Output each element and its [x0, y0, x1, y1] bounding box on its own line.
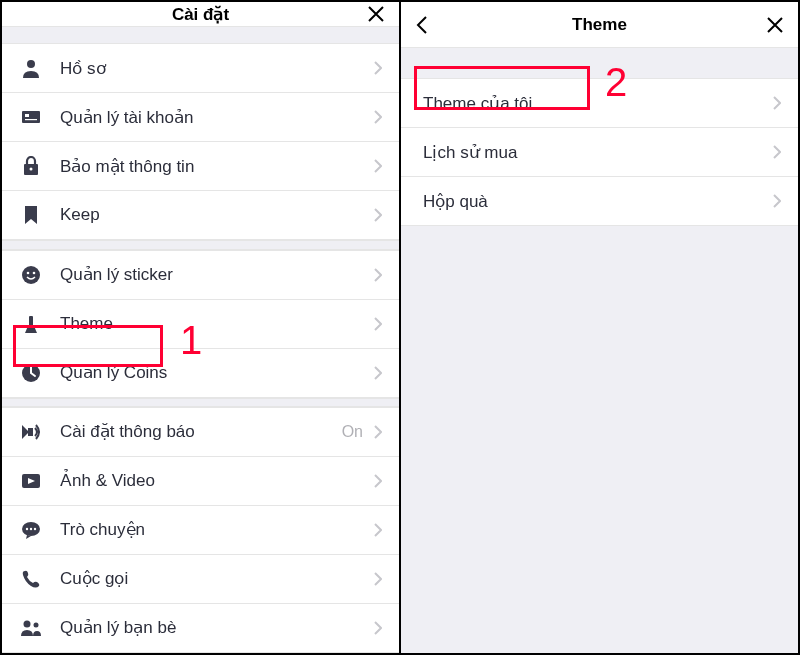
row-value: On	[342, 423, 363, 441]
svg-point-14	[26, 528, 28, 530]
row-label: Bảo mật thông tin	[60, 156, 371, 177]
close-icon	[766, 16, 784, 34]
svg-point-0	[27, 60, 35, 68]
screenshot-container: Cài đặt Hồ sơ Quản lý tài khoản	[0, 0, 800, 655]
svg-rect-1	[22, 111, 40, 123]
row-label: Quản lý sticker	[60, 264, 371, 285]
svg-point-15	[30, 528, 32, 530]
row-label: Theme của tôi	[419, 93, 770, 114]
svg-point-16	[34, 528, 36, 530]
theme-group: Theme của tôi Lịch sử mua Hộp quà	[401, 78, 798, 226]
row-label: Trò chuyện	[60, 519, 371, 540]
row-label: Hộp quà	[419, 191, 770, 212]
row-chat[interactable]: Trò chuyện	[2, 506, 399, 555]
lock-icon	[20, 155, 42, 177]
row-sticker[interactable]: Quản lý sticker	[2, 251, 399, 300]
notify-icon	[20, 421, 42, 443]
svg-point-7	[27, 271, 30, 274]
row-label: Quản lý tài khoản	[60, 107, 371, 128]
media-icon	[20, 470, 42, 492]
row-label: Cuộc gọi	[60, 568, 371, 589]
chevron-left-icon	[416, 15, 428, 35]
row-profile[interactable]: Hồ sơ	[2, 44, 399, 93]
annotation-number-2: 2	[605, 60, 627, 105]
row-label: Hồ sơ	[60, 58, 371, 79]
chevron-right-icon	[371, 572, 385, 586]
svg-point-6	[22, 266, 40, 284]
section-gap	[2, 27, 399, 43]
friends-icon	[20, 617, 42, 639]
row-call[interactable]: Cuộc gọi	[2, 555, 399, 604]
row-notifications[interactable]: Cài đặt thông báo On	[2, 408, 399, 457]
svg-rect-11	[28, 428, 33, 436]
svg-point-8	[33, 271, 36, 274]
chevron-right-icon	[371, 523, 385, 537]
svg-point-18	[34, 622, 39, 627]
chevron-right-icon	[371, 474, 385, 488]
svg-rect-3	[25, 119, 37, 120]
svg-rect-9	[29, 316, 33, 326]
chevron-right-icon	[770, 96, 784, 110]
back-button[interactable]	[409, 12, 435, 38]
close-icon	[367, 5, 385, 23]
theme-title: Theme	[572, 15, 627, 35]
row-label: Ảnh & Video	[60, 470, 371, 491]
sticker-icon	[20, 264, 42, 286]
chevron-right-icon	[371, 366, 385, 380]
svg-point-17	[24, 620, 31, 627]
settings-pane: Cài đặt Hồ sơ Quản lý tài khoản	[2, 2, 401, 653]
settings-title: Cài đặt	[172, 4, 229, 25]
theme-header: Theme	[401, 2, 798, 48]
keep-icon	[20, 204, 42, 226]
close-button[interactable]	[762, 12, 788, 38]
section-gap	[2, 398, 399, 407]
svg-point-5	[30, 168, 33, 171]
theme-pane: Theme Theme của tôi Lịch sử mua Hộp quà	[401, 2, 798, 653]
chevron-right-icon	[371, 159, 385, 173]
chevron-right-icon	[371, 425, 385, 439]
close-button[interactable]	[363, 1, 389, 27]
section-gap	[2, 240, 399, 249]
chevron-right-icon	[770, 145, 784, 159]
row-friends[interactable]: Quản lý bạn bè	[2, 604, 399, 653]
coins-icon	[20, 362, 42, 384]
row-label: Theme	[60, 314, 371, 334]
row-label: Cài đặt thông báo	[60, 421, 342, 442]
chat-icon	[20, 519, 42, 541]
chevron-right-icon	[770, 194, 784, 208]
settings-group: Cài đặt thông báo On Ảnh & Video	[2, 407, 399, 653]
section-gap	[401, 48, 798, 78]
theme-icon	[20, 313, 42, 335]
row-privacy[interactable]: Bảo mật thông tin	[2, 142, 399, 191]
row-gift-box[interactable]: Hộp quà	[401, 177, 798, 226]
call-icon	[20, 568, 42, 590]
annotation-number-1: 1	[180, 318, 202, 363]
row-label: Quản lý bạn bè	[60, 617, 371, 638]
svg-rect-2	[25, 114, 29, 117]
account-icon	[20, 106, 42, 128]
chevron-right-icon	[371, 621, 385, 635]
row-label: Quản lý Coins	[60, 362, 371, 383]
row-label: Lịch sử mua	[419, 142, 770, 163]
chevron-right-icon	[371, 317, 385, 331]
row-media[interactable]: Ảnh & Video	[2, 457, 399, 506]
row-label: Keep	[60, 205, 371, 225]
profile-icon	[20, 57, 42, 79]
chevron-right-icon	[371, 268, 385, 282]
settings-group: Hồ sơ Quản lý tài khoản Bảo mật thông ti	[2, 43, 399, 240]
row-keep[interactable]: Keep	[2, 191, 399, 240]
chevron-right-icon	[371, 61, 385, 75]
settings-header: Cài đặt	[2, 2, 399, 27]
row-my-theme[interactable]: Theme của tôi	[401, 79, 798, 128]
row-purchase-history[interactable]: Lịch sử mua	[401, 128, 798, 177]
chevron-right-icon	[371, 110, 385, 124]
row-account[interactable]: Quản lý tài khoản	[2, 93, 399, 142]
chevron-right-icon	[371, 208, 385, 222]
